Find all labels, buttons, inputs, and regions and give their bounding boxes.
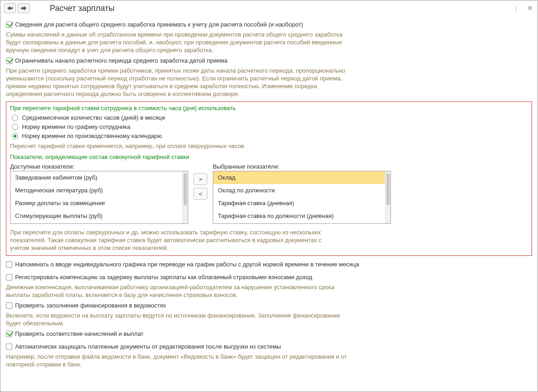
nav-back-button[interactable]: [4, 3, 16, 13]
radio-label: Среднемесячное количество часов (дней) в…: [22, 114, 165, 121]
radio-label: Норму времени по производственному кален…: [22, 132, 162, 139]
page-title: Расчет зарплаты: [50, 4, 115, 13]
hint-text: При расчете среднего заработка премии ра…: [6, 67, 353, 98]
indicator-picker: Доступные показатели: Заведование кабине…: [10, 163, 528, 224]
hint-text: Включите, если ведомости на выплату зарп…: [6, 312, 353, 327]
checkbox-limit-period-start[interactable]: [6, 58, 12, 64]
list-item[interactable]: Оклад: [213, 171, 385, 184]
hint-text: Суммы начислений и данные об отработанно…: [6, 31, 353, 54]
scroll-thumb[interactable]: [184, 173, 187, 205]
hint-text: Например, после отправки файла ведомости…: [6, 353, 353, 368]
move-right-button[interactable]: >: [194, 173, 207, 185]
checkbox-label: Проверять соответствие начислений и выпл…: [15, 330, 143, 338]
checkbox-check-financing[interactable]: [6, 302, 12, 309]
list-item[interactable]: Тарифная ставка по должности (дневная): [213, 210, 385, 222]
more-menu-icon[interactable]: ⋮: [513, 5, 520, 12]
radio-production-calendar-norm[interactable]: [12, 133, 18, 139]
checkbox-accept-average-earnings[interactable]: [6, 21, 12, 28]
radio-schedule-norm[interactable]: [12, 124, 18, 130]
checkbox-check-accrual-payment-match[interactable]: [6, 331, 12, 337]
list-item[interactable]: Стимулирующие выплаты (руб): [11, 210, 182, 222]
checkbox-label: Ограничивать начало расчетного периода с…: [15, 57, 227, 65]
scrollbar[interactable]: [182, 171, 188, 223]
checkbox-label: Автоматически защищать платежные докумен…: [15, 343, 281, 351]
selected-indicators-label: Выбранные показатели:: [213, 163, 391, 170]
scroll-thumb[interactable]: [386, 173, 390, 205]
list-item[interactable]: Тарифная ставка (дневная): [213, 197, 385, 210]
group-title-rate-recalc: При пересчете тарифной ставки сотрудника…: [10, 105, 528, 111]
content-area: Сведения для расчета общего среднего зар…: [0, 15, 538, 376]
scrollbar[interactable]: [385, 171, 390, 223]
available-indicators-list[interactable]: Заведование кабинетом (руб) Методическая…: [10, 171, 188, 224]
list-item[interactable]: Размер доплаты за совмещение: [11, 197, 182, 210]
highlighted-section: При пересчете тарифной ставки сотрудника…: [6, 101, 532, 256]
selected-indicators-list[interactable]: Оклад Оклад по должности Тарифная ставка…: [213, 171, 391, 224]
checkbox-label: Регистрировать компенсацию за задержку в…: [15, 273, 312, 281]
list-item[interactable]: Оклад по должности: [213, 184, 385, 197]
group-title-indicators: Показатели, определяющие состав совокупн…: [10, 154, 528, 160]
hint-text: Денежная компенсация, выплачиваемая рабо…: [6, 283, 353, 299]
close-icon[interactable]: ✕: [527, 4, 533, 12]
hint-text: Пересчет тарифной ставки применяется, на…: [10, 142, 357, 150]
checkbox-register-compensation[interactable]: [6, 274, 12, 281]
list-item[interactable]: Методическая литература (руб): [11, 184, 182, 197]
header-bar: Расчет зарплаты ⋮ ✕: [0, 0, 538, 15]
hint-text: При пересчете для оплаты сверхурочных и …: [10, 228, 339, 252]
available-indicators-label: Доступные показатели:: [10, 163, 188, 170]
radio-label: Норму времени по графику сотрудника: [22, 123, 131, 130]
checkbox-label: Сведения для расчета общего среднего зар…: [15, 21, 303, 29]
arrow-right-icon: [21, 6, 26, 11]
radio-avg-monthly-hours[interactable]: [12, 115, 18, 121]
list-item[interactable]: Заведование кабинетом (руб): [11, 171, 182, 184]
nav-forward-button[interactable]: [18, 3, 30, 13]
move-left-button[interactable]: <: [194, 188, 207, 200]
arrow-left-icon: [7, 6, 13, 11]
checkbox-protect-payment-docs[interactable]: [6, 344, 12, 350]
checkbox-label: Напоминать о вводе индивидуального графи…: [15, 260, 359, 269]
checkbox-label: Проверять заполнение финансирования в ве…: [15, 302, 166, 310]
checkbox-remind-individual-schedule[interactable]: [6, 261, 12, 268]
